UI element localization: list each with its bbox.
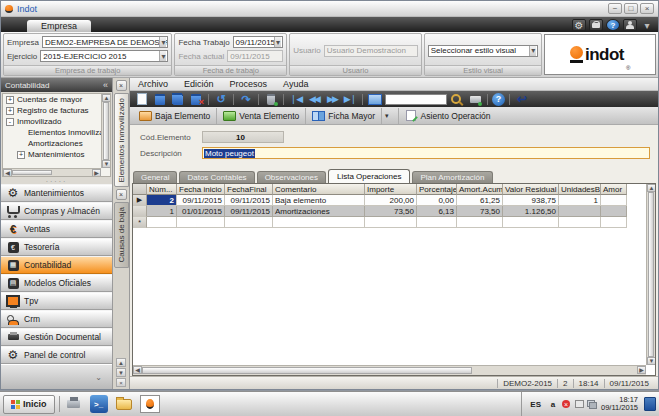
scroll-down-icon[interactable]: ▼: [647, 357, 656, 365]
grid-cell[interactable]: 01/01/2015: [177, 206, 225, 217]
sidebar-item-modelos-oficiales[interactable]: Modelos Oficiales: [1, 274, 112, 292]
expand-icon[interactable]: +: [6, 96, 14, 104]
scrollbar-thumb[interactable]: [142, 367, 472, 374]
redo-icon[interactable]: [238, 93, 254, 106]
grid-cell[interactable]: [147, 217, 177, 228]
tree-item-inmovilizado[interactable]: -Inmovilizado: [3, 116, 101, 127]
tab-observaciones[interactable]: Observaciones: [257, 171, 326, 183]
help-icon[interactable]: [606, 19, 620, 31]
new-record-icon[interactable]: [134, 93, 150, 106]
doc-tab-elementos-inmovilizado[interactable]: Elementos Inmovilizado: [114, 93, 129, 187]
close-icon[interactable]: ×: [116, 378, 126, 387]
button-ficha-mayor[interactable]: Ficha Mayor: [306, 108, 398, 124]
empresa-select[interactable]: DEMO2-EMPRESA DE DEMOSTRACI...: [42, 36, 168, 48]
scroll-up-icon[interactable]: ▲: [647, 184, 656, 192]
tree-horizontal-scrollbar[interactable]: ◀ ▶: [3, 168, 101, 176]
scroll-down-icon[interactable]: ▼: [102, 160, 111, 168]
menu-archivo[interactable]: Archivo: [130, 79, 176, 89]
selected-row-marker[interactable]: ▶: [133, 195, 147, 206]
dropdown-arrow-icon[interactable]: [381, 108, 392, 124]
grid-cell[interactable]: 09/11/2015: [177, 195, 225, 206]
sidebar-item-compras-y-almacen[interactable]: Compras y Almacén: [1, 202, 112, 220]
descripcion-field[interactable]: Moto peugeot: [202, 147, 650, 159]
grid-row[interactable]: 101/01/201509/11/2015Amortizaciones73,50…: [133, 206, 646, 217]
grid-cell[interactable]: 73,50: [457, 206, 503, 217]
folder-icon[interactable]: [114, 395, 134, 413]
sidebar-item-contabilidad[interactable]: Contabilidad: [1, 256, 112, 274]
grid-cell[interactable]: 1: [559, 195, 601, 206]
scroll-right-icon[interactable]: ▶: [637, 366, 646, 374]
button-venta-elemento[interactable]: Venta Elemento: [217, 108, 306, 124]
grid-cell[interactable]: 938,75: [503, 195, 559, 206]
save-icon[interactable]: [152, 93, 168, 106]
delete-record-icon[interactable]: [188, 93, 204, 106]
grid-cell[interactable]: [559, 206, 601, 217]
row-selector[interactable]: [133, 206, 147, 217]
save-all-icon[interactable]: [170, 93, 186, 106]
estilo-visual-select[interactable]: Seleccionar estilo visual: [428, 45, 539, 57]
grid-row[interactable]: ▶209/11/201509/11/2015Baja elemento200,0…: [133, 195, 646, 206]
notification-icon[interactable]: [574, 399, 584, 409]
trash-icon[interactable]: [263, 93, 279, 106]
tab-plan-amortizacion[interactable]: Plan Amortización: [412, 171, 492, 183]
sidebar-item-mantenimientos[interactable]: Mantenimientos: [1, 184, 112, 202]
indot-icon[interactable]: [140, 395, 160, 413]
button-baja-elemento[interactable]: Baja Elemento: [133, 108, 217, 124]
column-header-comentario[interactable]: Comentario: [273, 184, 365, 195]
start-button[interactable]: Inicio: [3, 395, 55, 414]
scroll-left-icon[interactable]: ◀: [133, 366, 142, 374]
column-header-num[interactable]: Núm...: [147, 184, 177, 195]
column-header-porcentaje[interactable]: Porcentaje: [417, 184, 457, 195]
taskbar-clock[interactable]: 18:17 09/11/2015: [601, 396, 640, 412]
grid-cell[interactable]: [365, 217, 417, 228]
next-record-icon[interactable]: [324, 93, 340, 106]
minimize-button[interactable]: [608, 3, 622, 14]
user-icon[interactable]: [623, 19, 637, 31]
column-header-amort-acum[interactable]: Amort.Acum.: [457, 184, 503, 195]
scroll-down-icon[interactable]: ▼: [116, 368, 126, 377]
grid-cell[interactable]: 2: [147, 195, 177, 206]
scroll-right-icon[interactable]: ▶: [92, 169, 101, 177]
collapse-icon[interactable]: -: [6, 118, 14, 126]
expand-icon[interactable]: +: [6, 107, 14, 115]
scroll-left-icon[interactable]: ◀: [3, 169, 12, 177]
refresh-icon[interactable]: [213, 93, 229, 106]
expand-icon[interactable]: +: [17, 151, 25, 159]
button-asiento-operacion[interactable]: Asiento Operación: [399, 108, 497, 124]
grid-horizontal-scrollbar[interactable]: ◀ ▶: [133, 365, 646, 375]
column-header-unidadesbaja[interactable]: UnidadesBaja: [559, 184, 601, 195]
search-icon[interactable]: [449, 93, 465, 106]
grid-cell[interactable]: 0,00: [417, 195, 457, 206]
grid-cell[interactable]: [601, 206, 627, 217]
network-icon[interactable]: [587, 399, 597, 409]
grid-cell[interactable]: 1.126,50: [503, 206, 559, 217]
column-header-fechafinal[interactable]: FechaFinal: [225, 184, 273, 195]
language-bar-icon[interactable]: [644, 397, 656, 411]
grid-cell[interactable]: 61,25: [457, 195, 503, 206]
grid-cell[interactable]: [503, 217, 559, 228]
tree-item-cuentas-de-mayor[interactable]: +Cuentas de mayor: [3, 94, 101, 105]
scroll-up-icon[interactable]: ▲: [102, 94, 111, 102]
scrollbar-thumb[interactable]: [103, 102, 109, 160]
grid-vertical-scrollbar[interactable]: ▲ ▼: [646, 184, 655, 365]
tree-item-mantenimientos[interactable]: +Mantenimientos: [3, 149, 101, 160]
last-record-icon[interactable]: [342, 93, 358, 106]
scrollbar-thumb[interactable]: [648, 192, 654, 357]
sidebar-item-panel-de-control[interactable]: Panel de control: [1, 346, 112, 364]
printer-icon[interactable]: [64, 395, 84, 413]
menu-procesos[interactable]: Procesos: [222, 79, 276, 89]
back-icon[interactable]: [514, 93, 530, 106]
scrollbar-thumb[interactable]: [12, 170, 52, 175]
grid-cell[interactable]: [225, 217, 273, 228]
close-icon[interactable]: [116, 189, 127, 200]
tree-item-elementos-inmovilizac[interactable]: Elementos Inmovilizac: [3, 127, 101, 138]
sidebar-item-ventas[interactable]: Ventas: [1, 220, 112, 238]
maximize-button[interactable]: [624, 3, 638, 14]
ejercicio-select[interactable]: 2015-EJERCICIO 2015: [40, 50, 168, 62]
tab-empresa[interactable]: Empresa: [27, 20, 91, 32]
lock-icon[interactable]: [589, 19, 603, 31]
column-header-importe[interactable]: Importe: [365, 184, 417, 195]
grid-cell[interactable]: [601, 195, 627, 206]
input-indicator-icon[interactable]: [548, 399, 558, 409]
menu-ayuda[interactable]: Ayuda: [275, 79, 316, 89]
